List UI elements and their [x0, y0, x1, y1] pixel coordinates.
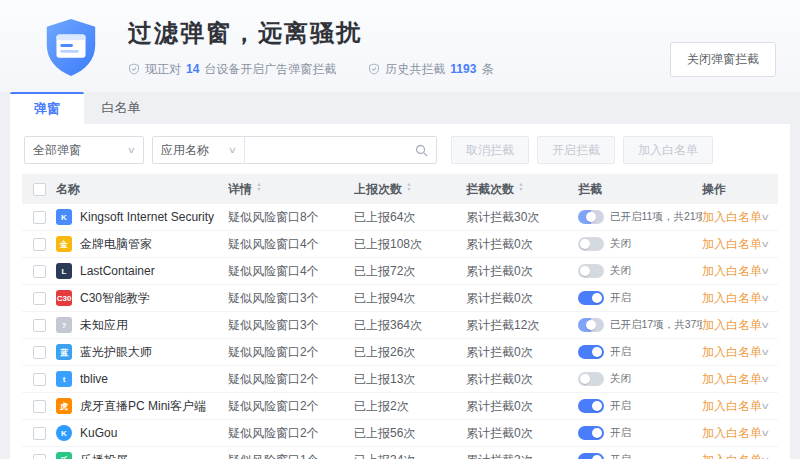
app-name: LastContainer: [80, 264, 155, 278]
select-all-checkbox[interactable]: [33, 183, 46, 196]
row-checkbox[interactable]: [33, 319, 46, 332]
col-detail[interactable]: 详情▲▼: [228, 181, 354, 198]
block-toggle[interactable]: [578, 345, 604, 359]
stat-prefix: 现正对: [145, 61, 181, 78]
table-row: 金 金牌电脑管家 疑似风险窗口4个 已上报108次 累计拦截0次 关闭 加入白名…: [22, 231, 778, 258]
app-name: 金牌电脑管家: [80, 236, 152, 253]
tab-popup[interactable]: 弹窗: [10, 92, 84, 124]
add-whitelist-link[interactable]: 加入白名单: [702, 425, 762, 442]
block-toggle[interactable]: [578, 372, 604, 386]
detail-text: 疑似风险窗口1个: [228, 452, 354, 459]
popup-scope-dropdown[interactable]: 全部弹窗 ∨: [24, 136, 144, 164]
block-toggle[interactable]: [578, 264, 604, 278]
row-checkbox[interactable]: [33, 346, 46, 359]
table-body: K Kingsoft Internet Security 疑似风险窗口8个 已上…: [22, 204, 778, 459]
detail-text: 疑似风险窗口4个: [228, 263, 354, 280]
col-blocks[interactable]: 拦截次数▲▼: [466, 181, 578, 198]
expand-chevron-icon[interactable]: ∨: [760, 320, 770, 330]
expand-chevron-icon[interactable]: ∨: [760, 293, 770, 303]
sort-icon[interactable]: ▲▼: [518, 184, 524, 194]
block-count: 累计拦截12次: [466, 317, 578, 334]
table-row: K Kingsoft Internet Security 疑似风险窗口8个 已上…: [22, 204, 778, 231]
block-count: 累计拦截0次: [466, 263, 578, 280]
add-whitelist-link[interactable]: 加入白名单: [702, 209, 762, 226]
search-field-dropdown[interactable]: 应用名称 ∨: [153, 137, 245, 163]
app-name: 未知应用: [80, 317, 128, 334]
search-input[interactable]: [245, 137, 415, 163]
report-count: 已上报26次: [354, 344, 466, 361]
app-icon: t: [56, 371, 72, 387]
row-checkbox[interactable]: [33, 265, 46, 278]
popup-scope-value: 全部弹窗: [33, 142, 81, 159]
detail-text: 疑似风险窗口4个: [228, 236, 354, 253]
row-checkbox[interactable]: [33, 400, 46, 413]
expand-chevron-icon[interactable]: ∨: [760, 239, 770, 249]
row-checkbox[interactable]: [33, 427, 46, 440]
detail-text: 疑似风险窗口2个: [228, 398, 354, 415]
shield-card-icon: [40, 16, 102, 78]
shield-check-icon: [128, 63, 140, 75]
add-whitelist-link[interactable]: 加入白名单: [702, 398, 762, 415]
add-whitelist-link[interactable]: 加入白名单: [702, 317, 762, 334]
expand-chevron-icon[interactable]: ∨: [760, 266, 770, 276]
add-whitelist-link[interactable]: 加入白名单: [702, 371, 762, 388]
block-toggle[interactable]: [578, 318, 604, 332]
toggle-label: 开启: [610, 453, 631, 459]
block-count: 累计拦截0次: [466, 236, 578, 253]
app-icon: K: [56, 209, 72, 225]
toggle-label: 开启: [610, 345, 631, 359]
expand-chevron-icon[interactable]: ∨: [760, 428, 770, 438]
col-reports[interactable]: 上报次数▲▼: [354, 181, 466, 198]
hero-header: 过滤弹窗，远离骚扰 现正对 14 台设备开启广告弹窗拦截 历史共拦截 1193 …: [0, 0, 800, 92]
report-count: 已上报2次: [354, 398, 466, 415]
block-toggle[interactable]: [578, 399, 604, 413]
add-whitelist-link[interactable]: 加入白名单: [702, 290, 762, 307]
stat-value: 14: [186, 62, 199, 76]
block-toggle[interactable]: [578, 426, 604, 440]
detail-text: 疑似风险窗口2个: [228, 371, 354, 388]
add-whitelist-link[interactable]: 加入白名单: [702, 236, 762, 253]
add-whitelist-link[interactable]: 加入白名单: [702, 452, 762, 459]
expand-chevron-icon[interactable]: ∨: [760, 212, 770, 222]
table-row: 乐 乐播投屏 疑似风险窗口1个 已上报34次 累计拦截2次 开启 加入白名单 ∨: [22, 447, 778, 459]
app-name: 虎牙直播PC Mini客户端: [80, 398, 206, 415]
close-popup-block-button[interactable]: 关闭弹窗拦截: [670, 42, 776, 77]
add-whitelist-link[interactable]: 加入白名单: [702, 344, 762, 361]
report-count: 已上报108次: [354, 236, 466, 253]
row-checkbox[interactable]: [33, 454, 46, 459]
app-icon: 金: [56, 236, 72, 252]
row-checkbox[interactable]: [33, 292, 46, 305]
block-toggle[interactable]: [578, 291, 604, 305]
tab-whitelist[interactable]: 白名单: [84, 92, 158, 124]
detail-text: 疑似风险窗口3个: [228, 290, 354, 307]
table-row: ? 未知应用 疑似风险窗口3个 已上报364次 累计拦截12次 已开启17项，共…: [22, 312, 778, 339]
popup-panel: 全部弹窗 ∨ 应用名称 ∨ 取消拦截: [10, 124, 790, 459]
stat-value: 1193: [450, 62, 476, 76]
chevron-down-icon: ∨: [228, 145, 237, 155]
app-icon: 蓝: [56, 344, 72, 360]
expand-chevron-icon[interactable]: ∨: [760, 401, 770, 411]
block-toggle[interactable]: [578, 237, 604, 251]
sort-icon[interactable]: ▲▼: [256, 184, 262, 194]
page-title: 过滤弹窗，远离骚扰: [128, 17, 493, 49]
table-header: 名称 详情▲▼ 上报次数▲▼ 拦截次数▲▼ 拦截 操作: [22, 174, 778, 204]
expand-chevron-icon[interactable]: ∨: [760, 455, 770, 459]
sort-icon[interactable]: ▲▼: [406, 184, 412, 194]
block-toggle[interactable]: [578, 453, 604, 459]
row-checkbox[interactable]: [33, 238, 46, 251]
shield-check-icon: [368, 63, 380, 75]
row-checkbox[interactable]: [33, 211, 46, 224]
search-icon[interactable]: [415, 144, 428, 157]
search-group: 应用名称 ∨: [152, 136, 437, 164]
expand-chevron-icon[interactable]: ∨: [760, 374, 770, 384]
add-whitelist-link[interactable]: 加入白名单: [702, 263, 762, 280]
enable-block-button[interactable]: 开启拦截: [537, 136, 615, 164]
hero-text: 过滤弹窗，远离骚扰 现正对 14 台设备开启广告弹窗拦截 历史共拦截 1193 …: [128, 17, 493, 78]
expand-chevron-icon[interactable]: ∨: [760, 347, 770, 357]
row-checkbox[interactable]: [33, 373, 46, 386]
app-icon: 乐: [56, 452, 72, 459]
cancel-block-button[interactable]: 取消拦截: [451, 136, 529, 164]
add-whitelist-button[interactable]: 加入白名单: [623, 136, 713, 164]
block-toggle[interactable]: [578, 210, 604, 224]
stat-suffix: 条: [481, 61, 493, 78]
